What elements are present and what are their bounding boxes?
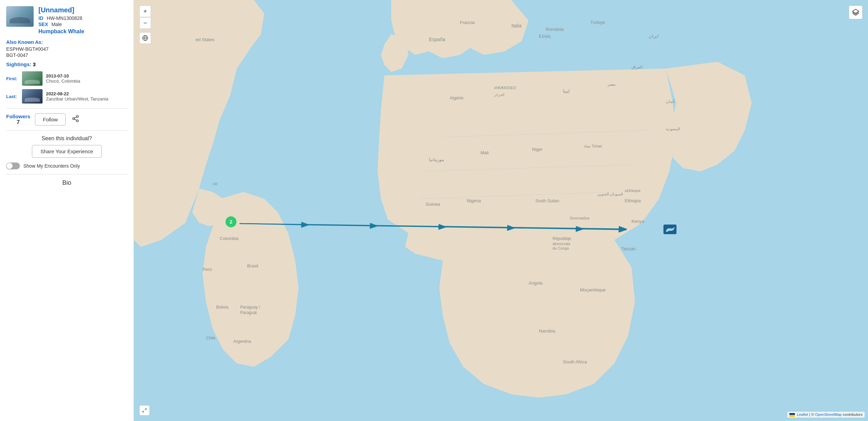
followers-label: Followers — [6, 113, 30, 119]
sex-label: SEX — [38, 22, 48, 27]
svg-text:Brasil: Brasil — [247, 263, 258, 268]
svg-text:العراق: العراق — [632, 65, 643, 70]
osm-link[interactable]: OpenStreetMap — [815, 412, 842, 417]
sex-value: Male — [51, 22, 62, 27]
alias-1: ESPHW-BGT#0047 — [6, 46, 127, 52]
last-sighting-thumb — [22, 89, 43, 104]
globe-button[interactable] — [139, 32, 151, 44]
zoom-out-button[interactable]: − — [139, 17, 151, 29]
animal-header: [Unnamed] ID HW-MN1300828 SEX Male Humpb… — [6, 6, 127, 35]
share-icon — [72, 115, 79, 122]
svg-line-66 — [145, 409, 146, 410]
last-sighting: Last: 2022-08-22 Zanzibar Urban/West, Ta… — [6, 89, 127, 104]
share-icon-button[interactable] — [70, 113, 81, 125]
expand-icon — [142, 408, 147, 413]
encounters-toggle[interactable] — [6, 163, 20, 169]
svg-text:South Sudan: South Sudan — [535, 199, 559, 203]
animal-id-row: ID HW-MN1300828 — [38, 15, 127, 21]
followers-row: Followers 7 Follow — [6, 113, 127, 125]
svg-text:Paraguái: Paraguái — [240, 310, 257, 315]
svg-text:Kenya: Kenya — [632, 219, 645, 224]
sidebar: [Unnamed] ID HW-MN1300828 SEX Male Humpb… — [0, 0, 134, 421]
svg-text:Algérie: Algérie — [450, 95, 463, 100]
svg-text:السودان الجنوبي: السودان الجنوبي — [597, 192, 623, 196]
map-background: ed States España Francia Italia România … — [134, 0, 868, 421]
bio-title: Bio — [6, 179, 127, 187]
svg-text:Bolivia: Bolivia — [216, 305, 229, 310]
sightings-count: 3 — [33, 61, 36, 67]
svg-text:du Congo: du Congo — [553, 246, 569, 250]
share-experience-button[interactable]: Share Your Experience — [32, 145, 102, 158]
followers-block: Followers 7 — [6, 113, 30, 125]
toggle-knob — [7, 163, 13, 169]
sighting-point-2[interactable]: 2 — [225, 216, 236, 227]
leaflet-flag — [789, 413, 795, 417]
svg-text:Perú: Perú — [202, 267, 212, 272]
last-sighting-info: 2022-08-22 Zanzibar Urban/West, Tanzania — [46, 91, 108, 101]
also-known-section: Also Known As: ESPHW-BGT#0047 BGT-0047 — [6, 39, 127, 58]
svg-text:Argentina: Argentina — [233, 339, 251, 344]
animal-info: [Unnamed] ID HW-MN1300828 SEX Male Humpb… — [38, 6, 127, 35]
seen-title: Seen this individual? — [6, 135, 127, 142]
svg-text:Guinea: Guinea — [426, 202, 440, 207]
svg-text:Ελλάς: Ελλάς — [539, 34, 551, 39]
svg-text:ed States: ed States — [196, 37, 215, 42]
svg-text:አEthiopia: አEthiopia — [625, 189, 641, 193]
divider-1 — [6, 108, 127, 109]
svg-text:South Africa: South Africa — [563, 359, 587, 364]
divider-3 — [6, 174, 127, 175]
svg-text:السعودية: السعودية — [666, 127, 680, 131]
animal-thumbnail — [6, 6, 34, 27]
svg-text:Italia: Italia — [511, 23, 522, 28]
svg-text:تشاد Tchad: تشاد Tchad — [583, 144, 602, 148]
expand-button[interactable] — [139, 405, 150, 416]
divider-2 — [6, 130, 127, 131]
svg-line-67 — [143, 411, 144, 412]
animal-sex-row: SEX Male — [38, 22, 127, 27]
svg-text:Angola: Angola — [529, 280, 543, 286]
species-name: Humpback Whale — [38, 28, 127, 35]
last-sighting-location: Zanzibar Urban/West, Tanzania — [46, 96, 108, 101]
svg-text:România: România — [546, 27, 564, 32]
last-sighting-label: Last: — [6, 94, 19, 99]
svg-line-4 — [74, 117, 77, 118]
svg-text:مصر: مصر — [607, 82, 615, 87]
svg-text:Ethiopia: Ethiopia — [625, 198, 641, 203]
svg-text:Soomaaliya: Soomaaliya — [570, 216, 590, 220]
svg-text:Türkiye: Türkiye — [590, 20, 605, 25]
svg-text:ایران: ایران — [649, 34, 659, 39]
svg-text:España: España — [429, 37, 445, 42]
encounters-row: Show My Encounters Only — [6, 163, 127, 169]
svg-text:Nigeria: Nigeria — [467, 198, 481, 203]
svg-text:ليبيا: ليبيا — [563, 88, 570, 94]
layers-button[interactable] — [849, 5, 863, 19]
svg-text:ИЖЖК0ЅЕО: ИЖЖК0ЅЕО — [494, 86, 516, 90]
encounters-label: Show My Encounters Only — [23, 163, 80, 169]
globe-icon — [142, 35, 148, 41]
sightings-row: Sightings: 3 — [6, 61, 127, 67]
zoom-in-button[interactable]: + — [139, 5, 151, 17]
whale-icon — [665, 226, 675, 232]
map-container: ed States España Francia Italia România … — [134, 0, 868, 421]
svg-text:Chile: Chile — [206, 336, 216, 340]
svg-text:Républiqe: Républiqe — [553, 236, 571, 241]
svg-text:Tanzan: Tanzan — [621, 246, 636, 251]
alias-2: BGT-0047 — [6, 52, 127, 58]
map-controls: + − — [139, 5, 151, 44]
whale-marker[interactable] — [663, 225, 676, 234]
follow-button[interactable]: Follow — [35, 113, 66, 125]
leaflet-link[interactable]: Leaflet — [797, 412, 808, 417]
first-sighting-date: 2013-07-10 — [46, 73, 80, 79]
first-sighting-location: Chocó, Colombia — [46, 79, 80, 84]
bio-section: Bio — [6, 179, 127, 187]
svg-text:Moçambique: Moçambique — [580, 287, 605, 292]
first-sighting: First: 2013-07-10 Chocó, Colombia — [6, 71, 127, 86]
svg-line-3 — [74, 119, 77, 120]
svg-text:الجزائر: الجزائر — [494, 93, 505, 97]
svg-text:Colombia: Colombia — [220, 236, 239, 241]
svg-text:عُمان: عُمان — [666, 99, 675, 104]
id-value: HW-MN1300828 — [47, 15, 82, 21]
svg-text:Mali: Mali — [481, 150, 489, 155]
layers-icon — [852, 9, 859, 16]
svg-text:موريتانيا: موريتانيا — [429, 157, 444, 163]
